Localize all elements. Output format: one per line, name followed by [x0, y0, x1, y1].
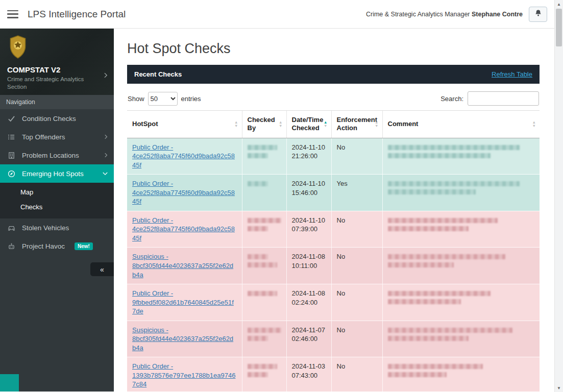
- enforcement-cell: No: [331, 321, 382, 357]
- compass-icon: [6, 170, 16, 178]
- user-role: Crime & Strategic Analytics Manager: [366, 11, 470, 18]
- table-row: Public Order - 9fbbed5f082d61b7640845d25…: [127, 284, 540, 321]
- table-row: Public Order - 4ce252f8aba7745f60d9bada9…: [127, 211, 540, 248]
- enforcement-cell: No: [331, 357, 382, 391]
- check-icon: [6, 115, 16, 122]
- user-info: Crime & Strategic Analytics Manager Step…: [366, 11, 523, 18]
- sidebar-item-emerging-hot-spots[interactable]: Emerging Hot Spots: [0, 164, 114, 183]
- redacted-name: [248, 291, 277, 296]
- entries-label: entries: [181, 95, 201, 103]
- search-input[interactable]: [468, 91, 539, 106]
- sort-icon: ▲▼: [532, 121, 536, 128]
- hotspot-link[interactable]: Public Order - 1393b78576e797ee1788b1ea9…: [132, 362, 235, 388]
- sidebar-collapse-button[interactable]: «: [90, 262, 114, 276]
- building-icon: [6, 152, 16, 159]
- comment-cell: [382, 248, 540, 284]
- user-name: Stephane Contre: [472, 11, 523, 18]
- redacted-name: [248, 145, 277, 150]
- redacted-name: [248, 262, 277, 267]
- bell-icon: [534, 9, 542, 19]
- hotspot-cell: Suspicious - 8bcf305fd44e4023637a255f2e6…: [127, 321, 242, 357]
- sidebar-item-problem-locations[interactable]: Problem Locations: [0, 146, 114, 164]
- hotspot-cell: Public Order - 9fbbed5f082d61b7640845d25…: [127, 284, 242, 321]
- redacted-comment: [388, 145, 520, 150]
- enforcement-cell: No: [331, 138, 382, 175]
- redacted-comment: [388, 254, 505, 259]
- sidebar-item-top-offenders[interactable]: Top Offenders: [0, 128, 114, 146]
- hotspot-cell: Suspicious - 8bcf305fd44e4023637a255f2e6…: [127, 248, 242, 284]
- hot-spots-submenu: Map Checks: [0, 183, 114, 218]
- hotspot-link[interactable]: Suspicious - 8bcf305fd44e4023637a255f2e6…: [132, 253, 233, 278]
- redacted-name: [248, 254, 268, 259]
- hotspot-link[interactable]: Suspicious - 8bcf305fd44e4023637a255f2e6…: [132, 326, 233, 352]
- chevron-down-icon: [103, 172, 108, 176]
- checked-by-cell: [242, 321, 286, 357]
- column-header-hotspot[interactable]: HotSpot ▲▼: [127, 111, 242, 138]
- column-header-enforcement-action[interactable]: Enforcement Action ▲▼: [331, 111, 382, 138]
- hotspot-link[interactable]: Public Order - 4ce252f8aba7745f60d9bada9…: [132, 180, 235, 205]
- sort-icon: ▲▼: [234, 121, 238, 128]
- sidebar-subitem-checks[interactable]: Checks: [0, 200, 114, 214]
- redacted-comment: [388, 328, 512, 333]
- sidebar-corner-accent: [0, 374, 19, 391]
- search-label: Search:: [440, 95, 463, 103]
- sort-icon-active: ▲▼: [324, 121, 327, 128]
- sidebar-item-condition-checks[interactable]: Condition Checks: [0, 109, 114, 128]
- nav-section-label: Navigation: [0, 95, 114, 109]
- redacted-name: [248, 153, 268, 158]
- checked-by-cell: [242, 211, 286, 248]
- page-size-select[interactable]: 50: [148, 92, 178, 106]
- new-badge: New!: [75, 242, 93, 250]
- panel-title: Recent Checks: [134, 70, 182, 78]
- table-header-row: HotSpot ▲▼ Checked By ▲▼ Date/Time Check…: [127, 111, 540, 138]
- datetime-cell: 2024-11-10 15:46:00: [286, 175, 331, 211]
- recent-checks-panel: Recent Checks Refresh Table Show 50 entr…: [127, 65, 540, 391]
- hotspot-link[interactable]: Public Order - 4ce252f8aba7745f60d9bada9…: [132, 216, 235, 242]
- refresh-table-link[interactable]: Refresh Table: [492, 70, 532, 78]
- agency-crest-logo: [7, 35, 29, 59]
- scroll-up-arrow[interactable]: ▲: [555, 0, 563, 8]
- column-header-checked-by[interactable]: Checked By ▲▼: [242, 111, 286, 138]
- sidebar-item-project-havoc[interactable]: Project Havoc New!: [0, 237, 114, 255]
- datetime-cell: 2024-11-07 02:46:00: [286, 321, 331, 357]
- enforcement-cell: Yes: [331, 175, 382, 211]
- notifications-button[interactable]: [529, 7, 547, 22]
- datetime-cell: 2024-11-08 02:24:00: [286, 284, 331, 321]
- redacted-comment: [388, 291, 491, 296]
- panel-header: Recent Checks Refresh Table: [127, 65, 540, 84]
- hotspot-link[interactable]: Public Order - 4ce252f8aba7745f60d9bada9…: [132, 143, 235, 169]
- page-title: Hot Spot Checks: [127, 41, 540, 57]
- enforcement-cell: No: [331, 284, 382, 321]
- redacted-comment: [388, 218, 498, 223]
- table-controls: Show 50 entries Search:: [128, 91, 539, 106]
- chevron-right-icon: [105, 134, 108, 139]
- hotspot-link[interactable]: Public Order - 9fbbed5f082d61b7640845d25…: [132, 289, 234, 315]
- vertical-scrollbar[interactable]: ▲ ▼: [554, 0, 563, 392]
- redacted-comment: [388, 372, 447, 377]
- brand-block[interactable]: COMPSTAT V2 Crime and Strategic Analytic…: [0, 29, 114, 95]
- redacted-comment: [388, 189, 476, 194]
- main-content: Hot Spot Checks Recent Checks Refresh Ta…: [114, 29, 554, 391]
- sidebar-item-stolen-vehicles[interactable]: Stolen Vehicles: [0, 218, 114, 237]
- redacted-comment: [388, 153, 491, 158]
- redacted-name: [248, 336, 268, 341]
- column-header-comment[interactable]: Comment ▲▼: [382, 111, 540, 138]
- redacted-name: [248, 181, 268, 186]
- checked-by-cell: [242, 138, 286, 175]
- redacted-name: [248, 364, 277, 369]
- sort-icon: ▲▼: [375, 121, 378, 128]
- sidebar-subitem-map[interactable]: Map: [0, 185, 114, 200]
- scroll-down-arrow[interactable]: ▼: [555, 384, 563, 392]
- datetime-cell: 2024-11-08 10:11:00: [286, 248, 331, 284]
- hotspot-cell: Public Order - 1393b78576e797ee1788b1ea9…: [127, 357, 242, 391]
- enforcement-cell: No: [331, 248, 382, 284]
- hamburger-menu-icon[interactable]: [7, 10, 18, 18]
- robot-icon: [6, 242, 16, 250]
- scrollbar-thumb[interactable]: [556, 9, 562, 46]
- column-header-date-time[interactable]: Date/Time Checked ▲▼: [286, 111, 331, 138]
- redacted-comment: [388, 226, 469, 231]
- table-row: Suspicious - 8bcf305fd44e4023637a255f2e6…: [127, 321, 540, 357]
- comment-cell: [382, 175, 540, 211]
- table-row: Public Order - 1393b78576e797ee1788b1ea9…: [127, 357, 540, 391]
- redacted-comment: [388, 262, 454, 267]
